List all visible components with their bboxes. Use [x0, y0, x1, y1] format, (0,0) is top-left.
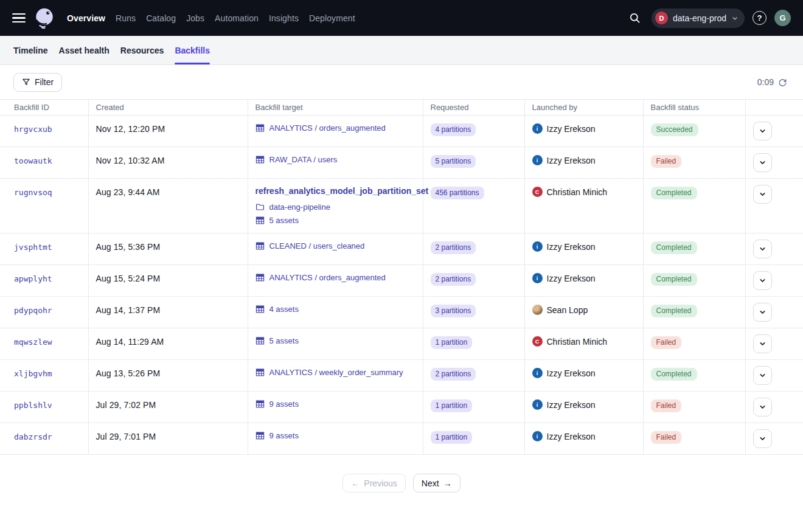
backfill-target-link[interactable]: 9 assets: [269, 431, 299, 440]
refresh-icon[interactable]: [778, 78, 787, 87]
refresh-countdown: 0:09: [757, 77, 774, 87]
table-row: apwplyhtAug 15, 5:24 PMANALYTICS / order…: [0, 265, 803, 297]
user-photo-avatar: [532, 305, 543, 315]
backfill-id-link[interactable]: rugnvsoq: [14, 188, 52, 197]
row-menu-button[interactable]: [753, 271, 772, 290]
launched-by-user: iIzzy Erekson: [532, 123, 636, 134]
row-menu-button[interactable]: [753, 303, 772, 322]
backfill-target-link[interactable]: 4 assets: [269, 305, 299, 314]
column-header-requested: Requested: [423, 100, 524, 116]
chevron-down-icon: [759, 277, 766, 285]
help-icon[interactable]: ?: [753, 11, 766, 25]
backfill-target-link[interactable]: ANALYTICS / orders_augmented: [269, 273, 386, 282]
tab-resources[interactable]: Resources: [120, 36, 164, 64]
created-timestamp: Aug 14, 1:37 PM: [96, 305, 161, 315]
backfill-id-link[interactable]: jvsphtmt: [14, 243, 52, 252]
user-initial-avatar: i: [532, 123, 543, 134]
next-button[interactable]: Next →: [413, 474, 461, 492]
toolbar: Filter 0:09: [0, 65, 803, 99]
chevron-down-icon: [759, 403, 766, 411]
row-menu-button[interactable]: [753, 122, 772, 140]
user-initial-avatar: i: [532, 155, 543, 165]
primary-nav: OverviewRunsCatalogJobsAutomationInsight…: [67, 13, 355, 23]
row-menu-button[interactable]: [753, 185, 772, 204]
backfill-id-link[interactable]: apwplyht: [14, 274, 52, 283]
user-initial-avatar: C: [532, 187, 543, 197]
partitions-badge: 1 partition: [431, 431, 473, 444]
deployment-switcher[interactable]: D data-eng-prod: [652, 9, 745, 28]
backfill-target-link[interactable]: 5 assets: [269, 216, 299, 225]
row-menu-button[interactable]: [753, 429, 772, 448]
row-menu-button[interactable]: [753, 366, 772, 385]
backfill-target-link[interactable]: data-eng-pipeline: [269, 202, 330, 212]
backfill-target-job-link[interactable]: refresh_analytics_model_job_partition_se…: [255, 186, 415, 196]
created-timestamp: Aug 23, 9:44 AM: [96, 187, 160, 197]
table-row: rugnvsoqAug 23, 9:44 AMrefresh_analytics…: [0, 179, 803, 233]
backfill-target-link[interactable]: ANALYTICS / orders_augmented: [269, 123, 386, 133]
backfill-target-link[interactable]: CLEANED / users_cleaned: [269, 241, 365, 250]
status-badge: Failed: [651, 336, 682, 349]
tab-timeline[interactable]: Timeline: [13, 36, 48, 64]
backfill-id-link[interactable]: toowautk: [14, 156, 52, 165]
hamburger-menu-icon[interactable]: [12, 11, 27, 26]
nav-item-insights[interactable]: Insights: [269, 13, 299, 23]
backfill-id-link[interactable]: hrgvcxub: [14, 125, 52, 134]
launched-by-user: Sean Lopp: [532, 305, 636, 315]
chevron-down-icon: [759, 190, 766, 198]
tab-asset-health[interactable]: Asset health: [59, 36, 109, 64]
backfill-id-link[interactable]: xljbgvhm: [14, 369, 52, 378]
table-grid-icon: [255, 399, 265, 409]
table-grid-icon: [255, 155, 265, 164]
created-timestamp: Aug 14, 11:29 AM: [96, 337, 164, 347]
status-badge: Completed: [651, 368, 697, 381]
column-header-backfill-status: Backfill status: [643, 100, 745, 116]
backfill-target-link[interactable]: 5 assets: [269, 336, 299, 345]
backfill-id-link[interactable]: mqwszlew: [14, 337, 52, 347]
row-menu-button[interactable]: [753, 153, 772, 172]
table-row: pdypqohrAug 14, 1:37 PM4 assets3 partiti…: [0, 297, 803, 328]
row-menu-button[interactable]: [753, 240, 772, 258]
nav-item-runs[interactable]: Runs: [116, 13, 136, 23]
column-header-backfill-target: Backfill target: [248, 100, 423, 116]
launched-by-user: iIzzy Erekson: [532, 399, 636, 410]
previous-button[interactable]: ← Previous: [342, 474, 405, 492]
search-icon[interactable]: [625, 9, 644, 27]
nav-item-catalog[interactable]: Catalog: [146, 13, 176, 23]
deployment-name: data-eng-prod: [673, 13, 726, 23]
created-timestamp: Nov 12, 12:20 PM: [96, 124, 165, 134]
chevron-down-icon: [759, 159, 766, 167]
created-timestamp: Aug 13, 5:26 PM: [96, 368, 161, 378]
user-initial-avatar: i: [532, 273, 543, 283]
launched-by-user: iIzzy Erekson: [532, 368, 636, 378]
tab-backfills[interactable]: Backfills: [175, 36, 210, 64]
row-menu-button[interactable]: [753, 398, 772, 416]
status-badge: Completed: [651, 273, 697, 286]
backfill-target-link[interactable]: ANALYTICS / weekly_order_summary: [269, 368, 403, 377]
filter-button[interactable]: Filter: [13, 73, 62, 92]
chevron-down-icon: [759, 371, 766, 379]
chevron-down-icon: [759, 245, 766, 253]
created-timestamp: Jul 29, 7:01 PM: [96, 432, 156, 441]
table-row: ppblshlvJul 29, 7:02 PM9 assets1 partiti…: [0, 392, 803, 423]
top-navigation-bar: OverviewRunsCatalogJobsAutomationInsight…: [0, 0, 803, 36]
backfill-target-link[interactable]: 9 assets: [269, 399, 299, 409]
table-grid-icon: [255, 123, 265, 133]
partitions-badge: 4 partitions: [431, 123, 476, 136]
table-grid-icon: [255, 273, 265, 282]
nav-item-jobs[interactable]: Jobs: [186, 13, 204, 23]
dagster-logo[interactable]: [33, 5, 56, 32]
partitions-badge: 5 partitions: [431, 155, 476, 168]
backfill-id-link[interactable]: ppblshlv: [14, 401, 52, 410]
backfill-id-link[interactable]: dabzrsdr: [14, 432, 52, 441]
user-initial-avatar: C: [532, 336, 543, 347]
user-avatar[interactable]: G: [774, 10, 791, 26]
launched-by-user: CChristian Minich: [532, 336, 636, 347]
filter-label: Filter: [35, 77, 54, 87]
backfill-id-link[interactable]: pdypqohr: [14, 306, 52, 315]
nav-item-overview[interactable]: Overview: [67, 13, 105, 23]
table-header-row: Backfill IDCreatedBackfill targetRequest…: [0, 100, 803, 116]
row-menu-button[interactable]: [753, 334, 772, 353]
nav-item-deployment[interactable]: Deployment: [309, 13, 355, 23]
nav-item-automation[interactable]: Automation: [215, 13, 259, 23]
backfill-target-link[interactable]: RAW_DATA / users: [269, 155, 338, 164]
